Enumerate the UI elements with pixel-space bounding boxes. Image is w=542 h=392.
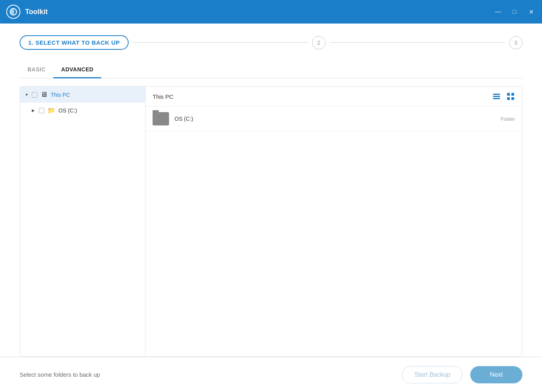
start-backup-button[interactable]: Start Backup: [402, 366, 462, 383]
tree-panel: ▼ 🖥 This PC ▶ 📁 OS (C:): [20, 87, 146, 356]
window-controls: — □ ✕: [493, 7, 536, 16]
svg-rect-2: [493, 94, 500, 95]
folder-icon-os: 📁: [47, 107, 55, 114]
file-type-os: Folder: [500, 116, 515, 122]
content-panel: This PC: [146, 87, 522, 356]
step-3[interactable]: 3: [509, 36, 522, 49]
file-browser: ▼ 🖥 This PC ▶ 📁 OS (C:) This PC: [20, 86, 522, 357]
step-line-1: [133, 42, 308, 43]
tree-label-os-drive: OS (C:): [58, 107, 77, 114]
titlebar: Toolkit — □ ✕: [0, 0, 542, 24]
content-header: This PC: [146, 87, 522, 107]
file-row-os[interactable]: OS (C:) Folder: [146, 107, 522, 131]
tab-basic[interactable]: BASIC: [20, 62, 53, 78]
tab-bar: BASIC ADVANCED: [20, 62, 522, 78]
svg-rect-5: [507, 93, 510, 96]
app-title: Toolkit: [25, 8, 493, 16]
svg-rect-6: [511, 93, 514, 96]
close-button[interactable]: ✕: [526, 7, 536, 16]
view-controls: [492, 92, 515, 101]
step-line-2: [329, 42, 505, 43]
list-view-button[interactable]: [492, 92, 501, 101]
checkbox-os-drive[interactable]: [39, 108, 44, 113]
svg-rect-7: [507, 97, 510, 100]
step-1[interactable]: 1. SELECT WHAT TO BACK UP: [20, 35, 129, 50]
maximize-button[interactable]: □: [510, 7, 519, 16]
steps-bar: 1. SELECT WHAT TO BACK UP 2 3: [20, 35, 522, 50]
tree-item-os-drive[interactable]: ▶ 📁 OS (C:): [20, 103, 145, 118]
svg-rect-3: [493, 96, 500, 97]
tree-item-this-pc[interactable]: ▼ 🖥 This PC: [20, 87, 145, 103]
expand-arrow-os[interactable]: ▶: [32, 108, 36, 113]
content-header-title: This PC: [153, 93, 173, 100]
svg-point-1: [13, 11, 15, 13]
tree-label-this-pc: This PC: [51, 92, 70, 98]
bottom-bar: Select some folders to back up Start Bac…: [0, 357, 542, 392]
bottom-hint: Select some folders to back up: [20, 371, 100, 378]
grid-view-button[interactable]: [506, 92, 515, 101]
minimize-button[interactable]: —: [493, 7, 503, 16]
monitor-icon: 🖥: [40, 91, 47, 99]
wizard-area: 1. SELECT WHAT TO BACK UP 2 3 BASIC ADVA…: [0, 24, 542, 357]
svg-rect-8: [511, 97, 514, 100]
step-2[interactable]: 2: [312, 36, 326, 49]
svg-rect-4: [493, 98, 500, 99]
checkbox-this-pc[interactable]: [32, 92, 37, 98]
folder-icon-os-content: [153, 112, 169, 125]
next-button[interactable]: Next: [470, 366, 522, 383]
file-list: OS (C:) Folder: [146, 107, 522, 356]
tab-advanced[interactable]: ADVANCED: [53, 62, 101, 78]
app-logo: [6, 5, 20, 19]
expand-arrow-this-pc[interactable]: ▼: [25, 93, 29, 97]
main-content: 1. SELECT WHAT TO BACK UP 2 3 BASIC ADVA…: [0, 24, 542, 392]
file-name-os: OS (C:): [175, 116, 500, 122]
bottom-buttons: Start Backup Next: [402, 366, 522, 383]
